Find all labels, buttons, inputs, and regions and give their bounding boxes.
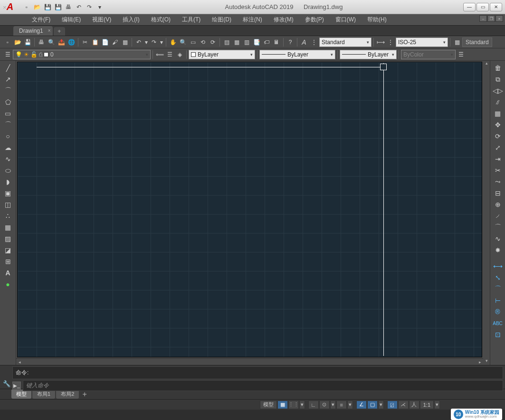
publish-icon[interactable]: 📤: [57, 37, 66, 47]
sb-otrack-icon[interactable]: ∠: [356, 401, 367, 409]
layer-mgr-icon[interactable]: ☰: [3, 50, 12, 59]
match-icon[interactable]: 🖌: [110, 37, 120, 47]
mdi-close-button[interactable]: ×: [495, 15, 503, 22]
sb-polar-icon[interactable]: ⊙: [319, 401, 330, 409]
erase-tool[interactable]: 🗑: [493, 63, 503, 73]
trim-tool[interactable]: ✂: [493, 165, 503, 176]
scroll-down-icon[interactable]: ▾: [483, 358, 490, 365]
horizontal-scrollbar[interactable]: ◂ ▸: [16, 358, 483, 365]
menu-format[interactable]: 格式(O): [145, 14, 176, 25]
color-dropdown[interactable]: ByLayer: [189, 50, 255, 59]
block-icon[interactable]: ▦: [120, 37, 130, 47]
polygon-tool[interactable]: ⬠: [3, 97, 13, 107]
menu-view[interactable]: 视图(V): [86, 14, 117, 25]
offset-tool[interactable]: ⫽: [493, 97, 503, 107]
sb-snap-icon[interactable]: ⋮⋮: [288, 401, 299, 409]
layer-dropdown[interactable]: 💡 ☀ 🔓 ⎙ 0: [13, 50, 151, 59]
hatch-tool[interactable]: ▦: [3, 222, 13, 233]
menu-tools[interactable]: 工具(T): [176, 14, 206, 25]
menu-draw[interactable]: 绘图(D): [206, 14, 237, 25]
dim-style-dropdown[interactable]: ISO-25: [396, 37, 448, 47]
calc-icon[interactable]: 🖩: [272, 37, 281, 47]
menu-help[interactable]: 帮助(H): [362, 14, 392, 25]
menu-insert[interactable]: 插入(I): [117, 14, 145, 25]
maximize-button[interactable]: ▭: [476, 3, 489, 11]
qat-redo-icon[interactable]: ↷: [85, 2, 94, 12]
line-tool[interactable]: ╱: [3, 63, 13, 73]
paste-icon[interactable]: 📄: [100, 37, 110, 47]
menu-modify[interactable]: 修改(M): [268, 14, 299, 25]
doc-tab-drawing1[interactable]: Drawing1 ×: [13, 26, 53, 36]
plotstyle-mgr-icon[interactable]: ☰: [456, 50, 466, 59]
stretch-tool[interactable]: ⇥: [493, 154, 503, 164]
sb-osnap-drop-icon[interactable]: ▾: [378, 401, 384, 409]
scale-tool[interactable]: ⤢: [493, 142, 503, 153]
vertical-scrollbar[interactable]: ▴ ▾: [483, 61, 490, 365]
sb-iso-icon[interactable]: ≡: [336, 401, 347, 409]
orbit-icon[interactable]: ⟳: [208, 37, 218, 47]
mdi-minimize-button[interactable]: –: [479, 15, 487, 22]
save-icon[interactable]: 💾: [23, 37, 32, 47]
layer-prev-icon[interactable]: ⟸: [155, 50, 164, 59]
point-tool[interactable]: ∴: [3, 211, 13, 221]
menu-parametric[interactable]: 参数(P): [299, 14, 330, 25]
zoom-icon[interactable]: 🔍: [178, 37, 188, 47]
layer-state-icon[interactable]: ☰: [165, 50, 174, 59]
sb-scale-drop-icon[interactable]: ▾: [434, 401, 440, 409]
copy-tool[interactable]: ⧉: [493, 74, 503, 84]
xline-tool[interactable]: ↗: [3, 74, 13, 84]
textstyle-mgr-icon[interactable]: ⋮: [309, 37, 319, 47]
fillet-tool[interactable]: ⌒: [493, 222, 503, 233]
sb-polar-drop-icon[interactable]: ▾: [330, 401, 336, 409]
prop-icon[interactable]: ▤: [222, 37, 231, 47]
menu-window[interactable]: 窗口(W): [330, 14, 362, 25]
menu-file[interactable]: 文件(F): [26, 14, 56, 25]
cmd-prompt-icon[interactable]: ▶_: [12, 382, 21, 390]
open-icon[interactable]: 📂: [13, 37, 22, 47]
dim-aligned-tool[interactable]: ⤡: [493, 272, 503, 283]
mdi-restore-button[interactable]: ❐: [487, 15, 495, 22]
cut-icon[interactable]: ✂: [80, 37, 90, 47]
sb-anno2-icon[interactable]: 人: [409, 401, 419, 409]
qat-dropdown-icon[interactable]: ▾: [95, 2, 105, 12]
mtext-tool[interactable]: A: [3, 268, 13, 278]
new-doc-tab-button[interactable]: +: [54, 27, 65, 36]
dimstyle-icon[interactable]: ⟼: [376, 37, 385, 47]
break-tool[interactable]: ⊟: [493, 188, 503, 198]
scroll-right-icon[interactable]: ▸: [476, 359, 483, 365]
scroll-up-icon[interactable]: ▴: [483, 61, 490, 67]
sb-grid-icon[interactable]: ▦: [277, 401, 288, 409]
doc-tab-close-icon[interactable]: ×: [48, 28, 51, 33]
tablestyle-icon[interactable]: ▦: [452, 37, 462, 47]
mirror-tool[interactable]: ◁▷: [493, 85, 503, 96]
design-icon[interactable]: ▦: [232, 37, 241, 47]
sb-model-label[interactable]: 模型: [260, 401, 277, 409]
qat-save-icon[interactable]: 💾: [43, 2, 52, 12]
dim-linear-tool[interactable]: ⟷: [493, 261, 503, 271]
blend-tool[interactable]: ∿: [493, 233, 503, 244]
revcloud-tool[interactable]: ☁: [3, 142, 13, 153]
explode-tool[interactable]: ✸: [493, 245, 503, 255]
scroll-left-icon[interactable]: ◂: [16, 359, 23, 365]
marker-icon[interactable]: 🏷: [262, 37, 271, 47]
sb-osnap-icon[interactable]: ▢: [367, 401, 378, 409]
move-tool[interactable]: ✥: [493, 120, 503, 130]
text-style-dropdown[interactable]: Standard: [319, 37, 372, 47]
dimstyle-mgr-icon[interactable]: ⋮: [386, 37, 395, 47]
qat-print-icon[interactable]: 🖶: [64, 2, 73, 12]
sb-iso-drop-icon[interactable]: ▾: [347, 401, 353, 409]
undo-icon[interactable]: ↶: [134, 37, 143, 47]
qat-saveas-icon[interactable]: 💾: [53, 2, 63, 12]
cmd-customize-icon[interactable]: 🔧: [3, 380, 10, 387]
extend-tool[interactable]: ⤳: [493, 177, 503, 187]
pan-icon[interactable]: ✋: [168, 37, 178, 47]
array-tool[interactable]: ▦: [493, 108, 503, 119]
drawing-canvas[interactable]: [17, 62, 482, 357]
rotate-tool[interactable]: ⟳: [493, 131, 503, 141]
qat-new-icon[interactable]: ▫: [22, 2, 31, 12]
circle-tool[interactable]: ○: [3, 131, 13, 141]
spline-tool[interactable]: ∿: [3, 154, 13, 164]
dim-text-tool[interactable]: ABC: [493, 318, 503, 328]
sb-anno-icon[interactable]: ⋌: [398, 401, 409, 409]
undo-drop-icon[interactable]: ▾: [144, 37, 149, 47]
